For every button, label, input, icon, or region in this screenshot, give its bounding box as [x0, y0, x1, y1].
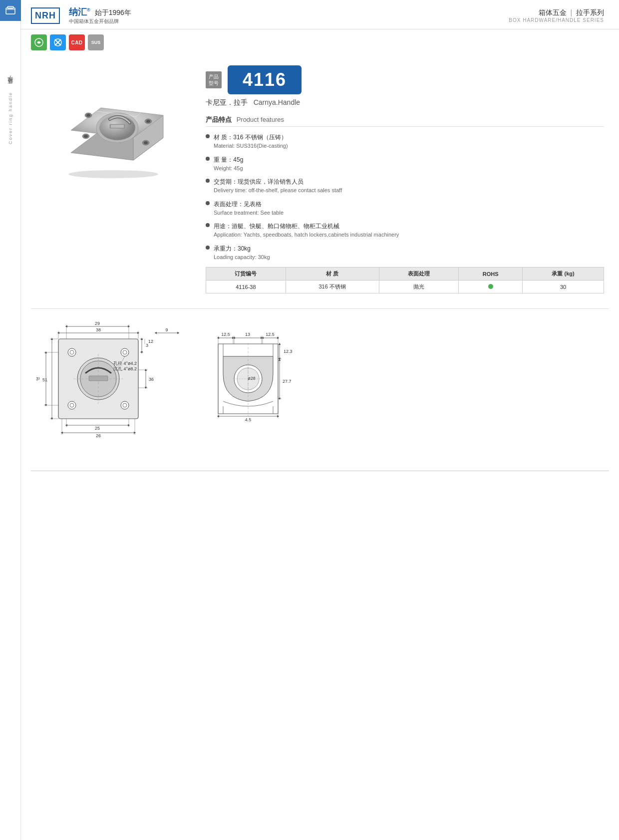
feature-item-3: 表面处理：见表格Surface treatment: See table: [206, 200, 604, 217]
feature-bullet: [206, 246, 210, 250]
feature-text: 交货期：现货供应，详洽销售人员Delivery time: off-the-sh…: [214, 177, 342, 195]
front-view-drawing: 38 29 3 12 51: [31, 319, 186, 451]
series-en: BOX HARDWARE/HANDLE SERIES: [509, 17, 604, 23]
brand-name: 纳汇® 始于1996年: [69, 6, 131, 18]
svg-text:12: 12: [148, 339, 153, 344]
table-header: ROHS: [459, 268, 523, 280]
front-view-svg: 38 29 3 12 51: [31, 319, 186, 449]
feature-text: 用途：游艇、快艇、舱口储物柜、物柜工业机械Application: Yachts…: [214, 222, 399, 239]
table-cell: 抛光: [379, 280, 459, 293]
series-cn: 箱体五金 | 拉手系列: [509, 8, 604, 17]
drawings-section: 38 29 3 12 51: [21, 314, 619, 461]
features-list: 材 质：316 不锈钢（压铸）Material: SUS316(Die-cast…: [206, 133, 604, 261]
header-series: 箱体五金 | 拉手系列 BOX HARDWARE/HANDLE SERIES: [509, 8, 604, 23]
feature-item-0: 材 质：316 不锈钢（压铸）Material: SUS316(Die-cast…: [206, 133, 604, 150]
divider-1: [31, 308, 609, 309]
table-header: 表面处理: [379, 268, 459, 280]
svg-text:13: 13: [245, 332, 250, 337]
svg-point-13: [84, 135, 88, 138]
badge-sus: SUS: [88, 34, 104, 50]
svg-text:29: 29: [95, 321, 100, 326]
feature-item-2: 交货期：现货供应，详洽销售人员Delivery time: off-the-sh…: [206, 177, 604, 195]
nrh-logo: NRH: [31, 7, 60, 24]
svg-text:4.5: 4.5: [245, 417, 252, 422]
page-header: NRH 纳汇® 始于1996年 中国箱体五金开创品牌 箱体五金 | 拉手系列 B…: [21, 0, 619, 29]
rohs-dot: [488, 284, 493, 289]
nrh-text: NRH: [35, 10, 56, 21]
svg-text:26: 26: [96, 433, 101, 438]
svg-text:9: 9: [165, 327, 168, 332]
svg-point-7: [68, 170, 158, 178]
table-header: 订货编号: [206, 268, 286, 280]
svg-text:25: 25: [95, 426, 100, 431]
feature-item-5: 承重力：30kgLoading capacity: 30kg: [206, 244, 604, 262]
svg-text:27.7: 27.7: [283, 379, 292, 384]
table-cell: 4116-38: [206, 280, 286, 293]
feature-text: 承重力：30kgLoading capacity: 30kg: [214, 244, 270, 262]
svg-text:12.5: 12.5: [221, 332, 230, 337]
product-image-area: [31, 65, 191, 180]
product-label-box: 产品 型号: [206, 71, 222, 88]
table-row: 4116-38316 不锈钢抛光30: [206, 280, 604, 293]
footer-line: [31, 471, 609, 471]
table-header: 承重 (kg): [523, 268, 604, 280]
side-view-drawing: 12.5 13 12.5 12.3 27.7: [206, 319, 306, 451]
svg-point-27: [121, 401, 129, 409]
svg-text:38: 38: [96, 327, 101, 332]
feature-bullet: [206, 179, 210, 183]
badge-eco: [31, 34, 47, 50]
brand-sub: 中国箱体五金开创品牌: [69, 18, 131, 25]
product-details-area: 产品 型号 4116 卡尼亚．拉手 Carnya.Handle 产品特点 Pro…: [206, 65, 604, 293]
table-cell: 30: [523, 280, 604, 293]
svg-point-25: [68, 401, 76, 409]
feature-item-1: 重 量：45gWeight: 45g: [206, 155, 604, 173]
svg-point-11: [146, 120, 150, 123]
sidebar-top-icon: [0, 0, 21, 21]
svg-point-15: [144, 141, 148, 144]
svg-point-21: [68, 348, 76, 356]
feature-bullet: [206, 223, 210, 227]
svg-text:孔径 4°ø4.2: 孔径 4°ø4.2: [113, 361, 137, 366]
svg-text:12.5: 12.5: [266, 332, 275, 337]
svg-text:ø28: ø28: [248, 376, 256, 381]
product-number-row: 产品 型号 4116: [206, 65, 604, 94]
feature-bullet: [206, 134, 210, 138]
feature-item-4: 用途：游艇、快艇、舱口储物柜、物柜工业机械Application: Yachts…: [206, 222, 604, 239]
svg-point-9: [86, 114, 90, 117]
feature-text: 材 质：316 不锈钢（压铸）Material: SUS316(Die-cast…: [214, 133, 288, 150]
badge-row: CAD SUS: [21, 29, 619, 55]
product-name: 卡尼亚．拉手 Carnya.Handle: [206, 98, 604, 107]
svg-text:3¹: 3¹: [36, 376, 40, 381]
brand-text: 纳汇® 始于1996年 中国箱体五金开创品牌: [69, 6, 131, 25]
svg-text:沉孔 4°ø8.2: 沉孔 4°ø8.2: [113, 366, 137, 371]
product-section: 产品 型号 4116 卡尼亚．拉手 Carnya.Handle 产品特点 Pro…: [21, 55, 619, 303]
table-header: 材 质: [286, 268, 379, 280]
feature-text: 重 量：45gWeight: 45g: [214, 155, 243, 173]
table-cell: 316 不锈钢: [286, 280, 379, 293]
svg-rect-0: [6, 8, 15, 14]
logo-area: NRH 纳汇® 始于1996年 中国箱体五金开创品牌: [31, 6, 131, 25]
feature-bullet: [206, 201, 210, 205]
main-content: NRH 纳汇® 始于1996年 中国箱体五金开创品牌 箱体五金 | 拉手系列 B…: [21, 0, 619, 471]
features-title: 产品特点 Product features: [206, 115, 604, 127]
svg-text:12.3: 12.3: [284, 349, 293, 354]
svg-text:36: 36: [149, 377, 154, 382]
feature-text: 表面处理：见表格Surface treatment: See table: [214, 200, 284, 217]
svg-rect-19: [111, 125, 124, 128]
svg-rect-1: [7, 6, 13, 8]
left-sidebar: 盖环拉手 Cover ring handle: [0, 0, 21, 840]
spec-table: 订货编号材 质表面处理ROHS承重 (kg) 4116-38316 不锈钢抛光3…: [206, 267, 604, 293]
table-cell: [459, 280, 523, 293]
feature-bullet: [206, 157, 210, 161]
badge-cad: CAD: [69, 34, 85, 50]
svg-point-23: [121, 348, 129, 356]
svg-rect-33: [89, 376, 108, 381]
product-image-svg: [36, 65, 186, 180]
svg-text:51: 51: [42, 377, 47, 382]
badge-cross: [50, 34, 66, 50]
sidebar-vertical-label: 盖环拉手 Cover ring handle: [0, 80, 21, 144]
side-view-svg: 12.5 13 12.5 12.3 27.7: [206, 319, 306, 449]
product-number: 4116: [228, 65, 302, 94]
